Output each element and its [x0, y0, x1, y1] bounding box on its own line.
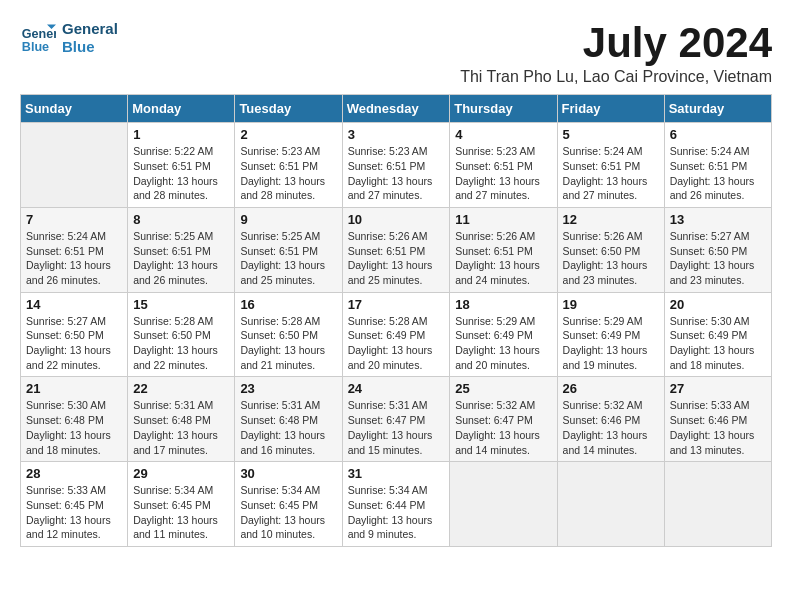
- calendar-cell: 19Sunrise: 5:29 AMSunset: 6:49 PMDayligh…: [557, 292, 664, 377]
- calendar-cell: 8Sunrise: 5:25 AMSunset: 6:51 PMDaylight…: [128, 207, 235, 292]
- weekday-header-wednesday: Wednesday: [342, 95, 450, 123]
- weekday-header-friday: Friday: [557, 95, 664, 123]
- day-info: Sunrise: 5:23 AMSunset: 6:51 PMDaylight:…: [348, 144, 445, 203]
- day-info: Sunrise: 5:33 AMSunset: 6:45 PMDaylight:…: [26, 483, 122, 542]
- day-number: 29: [133, 466, 229, 481]
- day-number: 1: [133, 127, 229, 142]
- day-number: 15: [133, 297, 229, 312]
- day-number: 26: [563, 381, 659, 396]
- day-info: Sunrise: 5:26 AMSunset: 6:51 PMDaylight:…: [348, 229, 445, 288]
- day-info: Sunrise: 5:25 AMSunset: 6:51 PMDaylight:…: [133, 229, 229, 288]
- calendar-cell: 9Sunrise: 5:25 AMSunset: 6:51 PMDaylight…: [235, 207, 342, 292]
- day-info: Sunrise: 5:29 AMSunset: 6:49 PMDaylight:…: [455, 314, 551, 373]
- day-number: 11: [455, 212, 551, 227]
- day-number: 24: [348, 381, 445, 396]
- day-info: Sunrise: 5:22 AMSunset: 6:51 PMDaylight:…: [133, 144, 229, 203]
- day-info: Sunrise: 5:24 AMSunset: 6:51 PMDaylight:…: [26, 229, 122, 288]
- day-info: Sunrise: 5:28 AMSunset: 6:50 PMDaylight:…: [133, 314, 229, 373]
- day-info: Sunrise: 5:31 AMSunset: 6:48 PMDaylight:…: [240, 398, 336, 457]
- weekday-header-sunday: Sunday: [21, 95, 128, 123]
- calendar-cell: 24Sunrise: 5:31 AMSunset: 6:47 PMDayligh…: [342, 377, 450, 462]
- day-number: 3: [348, 127, 445, 142]
- header: General Blue General Blue July 2024 Thi …: [20, 20, 772, 86]
- day-info: Sunrise: 5:29 AMSunset: 6:49 PMDaylight:…: [563, 314, 659, 373]
- calendar-week-row: 1Sunrise: 5:22 AMSunset: 6:51 PMDaylight…: [21, 123, 772, 208]
- calendar-cell: 6Sunrise: 5:24 AMSunset: 6:51 PMDaylight…: [664, 123, 771, 208]
- day-info: Sunrise: 5:28 AMSunset: 6:50 PMDaylight:…: [240, 314, 336, 373]
- calendar-cell: 30Sunrise: 5:34 AMSunset: 6:45 PMDayligh…: [235, 462, 342, 547]
- calendar-week-row: 14Sunrise: 5:27 AMSunset: 6:50 PMDayligh…: [21, 292, 772, 377]
- calendar-cell: [21, 123, 128, 208]
- page-container: General Blue General Blue July 2024 Thi …: [20, 20, 772, 547]
- day-number: 21: [26, 381, 122, 396]
- day-number: 23: [240, 381, 336, 396]
- calendar-cell: 22Sunrise: 5:31 AMSunset: 6:48 PMDayligh…: [128, 377, 235, 462]
- weekday-header-monday: Monday: [128, 95, 235, 123]
- day-info: Sunrise: 5:26 AMSunset: 6:50 PMDaylight:…: [563, 229, 659, 288]
- day-number: 10: [348, 212, 445, 227]
- day-number: 9: [240, 212, 336, 227]
- day-number: 6: [670, 127, 766, 142]
- day-number: 31: [348, 466, 445, 481]
- day-info: Sunrise: 5:24 AMSunset: 6:51 PMDaylight:…: [563, 144, 659, 203]
- day-number: 27: [670, 381, 766, 396]
- day-number: 30: [240, 466, 336, 481]
- calendar-cell: 29Sunrise: 5:34 AMSunset: 6:45 PMDayligh…: [128, 462, 235, 547]
- calendar-cell: 7Sunrise: 5:24 AMSunset: 6:51 PMDaylight…: [21, 207, 128, 292]
- calendar-cell: 4Sunrise: 5:23 AMSunset: 6:51 PMDaylight…: [450, 123, 557, 208]
- calendar-table: SundayMondayTuesdayWednesdayThursdayFrid…: [20, 94, 772, 547]
- day-info: Sunrise: 5:32 AMSunset: 6:47 PMDaylight:…: [455, 398, 551, 457]
- calendar-cell: 5Sunrise: 5:24 AMSunset: 6:51 PMDaylight…: [557, 123, 664, 208]
- weekday-header-thursday: Thursday: [450, 95, 557, 123]
- calendar-cell: 28Sunrise: 5:33 AMSunset: 6:45 PMDayligh…: [21, 462, 128, 547]
- day-number: 25: [455, 381, 551, 396]
- day-number: 28: [26, 466, 122, 481]
- calendar-week-row: 28Sunrise: 5:33 AMSunset: 6:45 PMDayligh…: [21, 462, 772, 547]
- day-info: Sunrise: 5:25 AMSunset: 6:51 PMDaylight:…: [240, 229, 336, 288]
- calendar-cell: 15Sunrise: 5:28 AMSunset: 6:50 PMDayligh…: [128, 292, 235, 377]
- calendar-cell: 14Sunrise: 5:27 AMSunset: 6:50 PMDayligh…: [21, 292, 128, 377]
- calendar-cell: 12Sunrise: 5:26 AMSunset: 6:50 PMDayligh…: [557, 207, 664, 292]
- day-info: Sunrise: 5:26 AMSunset: 6:51 PMDaylight:…: [455, 229, 551, 288]
- day-number: 17: [348, 297, 445, 312]
- calendar-week-row: 7Sunrise: 5:24 AMSunset: 6:51 PMDaylight…: [21, 207, 772, 292]
- day-info: Sunrise: 5:32 AMSunset: 6:46 PMDaylight:…: [563, 398, 659, 457]
- logo-text-line1: General: [62, 20, 118, 38]
- day-number: 18: [455, 297, 551, 312]
- day-info: Sunrise: 5:23 AMSunset: 6:51 PMDaylight:…: [455, 144, 551, 203]
- calendar-cell: 11Sunrise: 5:26 AMSunset: 6:51 PMDayligh…: [450, 207, 557, 292]
- calendar-cell: [664, 462, 771, 547]
- weekday-header-saturday: Saturday: [664, 95, 771, 123]
- logo-icon: General Blue: [20, 20, 56, 56]
- calendar-cell: [450, 462, 557, 547]
- calendar-cell: 17Sunrise: 5:28 AMSunset: 6:49 PMDayligh…: [342, 292, 450, 377]
- calendar-week-row: 21Sunrise: 5:30 AMSunset: 6:48 PMDayligh…: [21, 377, 772, 462]
- day-number: 14: [26, 297, 122, 312]
- subtitle: Thi Tran Pho Lu, Lao Cai Province, Vietn…: [460, 68, 772, 86]
- day-number: 8: [133, 212, 229, 227]
- day-number: 5: [563, 127, 659, 142]
- day-info: Sunrise: 5:30 AMSunset: 6:49 PMDaylight:…: [670, 314, 766, 373]
- day-info: Sunrise: 5:24 AMSunset: 6:51 PMDaylight:…: [670, 144, 766, 203]
- weekday-header-tuesday: Tuesday: [235, 95, 342, 123]
- day-info: Sunrise: 5:30 AMSunset: 6:48 PMDaylight:…: [26, 398, 122, 457]
- day-info: Sunrise: 5:27 AMSunset: 6:50 PMDaylight:…: [670, 229, 766, 288]
- month-title: July 2024: [460, 20, 772, 66]
- day-info: Sunrise: 5:34 AMSunset: 6:45 PMDaylight:…: [240, 483, 336, 542]
- day-number: 12: [563, 212, 659, 227]
- day-info: Sunrise: 5:23 AMSunset: 6:51 PMDaylight:…: [240, 144, 336, 203]
- day-number: 19: [563, 297, 659, 312]
- day-info: Sunrise: 5:31 AMSunset: 6:47 PMDaylight:…: [348, 398, 445, 457]
- day-info: Sunrise: 5:31 AMSunset: 6:48 PMDaylight:…: [133, 398, 229, 457]
- weekday-header-row: SundayMondayTuesdayWednesdayThursdayFrid…: [21, 95, 772, 123]
- calendar-cell: 25Sunrise: 5:32 AMSunset: 6:47 PMDayligh…: [450, 377, 557, 462]
- day-number: 7: [26, 212, 122, 227]
- calendar-cell: 31Sunrise: 5:34 AMSunset: 6:44 PMDayligh…: [342, 462, 450, 547]
- svg-text:Blue: Blue: [22, 40, 49, 54]
- day-number: 22: [133, 381, 229, 396]
- calendar-cell: 27Sunrise: 5:33 AMSunset: 6:46 PMDayligh…: [664, 377, 771, 462]
- calendar-cell: 2Sunrise: 5:23 AMSunset: 6:51 PMDaylight…: [235, 123, 342, 208]
- calendar-cell: 3Sunrise: 5:23 AMSunset: 6:51 PMDaylight…: [342, 123, 450, 208]
- day-info: Sunrise: 5:34 AMSunset: 6:45 PMDaylight:…: [133, 483, 229, 542]
- calendar-cell: 18Sunrise: 5:29 AMSunset: 6:49 PMDayligh…: [450, 292, 557, 377]
